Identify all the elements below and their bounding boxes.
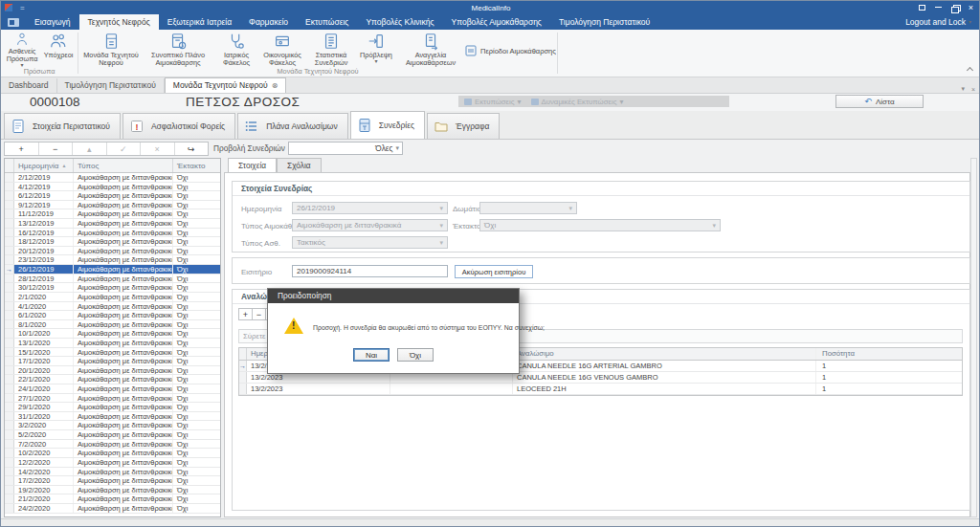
session-row[interactable]: 12/2/2020Αιμοκάθαρση με διττανθρακικάΌχι [5, 458, 220, 468]
column-header-date[interactable]: Ημερομηνία ▲ [14, 159, 74, 172]
ribbon-tab-farmakeio[interactable]: Φαρμακείο [240, 14, 297, 30]
ribbon-collapse-icon[interactable] [967, 66, 973, 73]
doc-tab-dashboard[interactable]: Dashboard [1, 78, 57, 93]
add-consumable-button[interactable]: + [238, 308, 253, 320]
column-header-type[interactable]: Τύπος [74, 159, 173, 172]
tab-scroll-icon[interactable]: ▾ [961, 85, 965, 93]
app-icon[interactable] [5, 4, 12, 11]
minimize-button[interactable] [935, 7, 942, 8]
session-row[interactable]: 3/2/2020Αιμοκάθαρση με διττανθρακικάΌχι [5, 421, 220, 430]
logout-and-lock-button[interactable]: Logout and Lock ▾ [905, 14, 980, 30]
cancel-edit-button[interactable]: × [141, 143, 175, 155]
session-row[interactable]: →26/12/2019Αιμοκάθαρση με διττανθρακικάΌ… [5, 265, 220, 274]
date-field[interactable]: 26/12/2019▾ [292, 202, 448, 214]
ribbon-options-icon[interactable] [919, 5, 925, 11]
session-row[interactable]: 6/1/2020Αιμοκάθαρση με διττανθρακικάΌχι [5, 311, 220, 320]
patients-button[interactable]: Ασθενείς Πρόσωπα ▾ [3, 32, 41, 68]
unit-button[interactable]: Μονάδα Τεχνητού Νεφρού [82, 32, 140, 68]
session-row[interactable]: 10/2/2020Αιμοκάθαρση με διττανθρακικάΌχι [5, 449, 220, 458]
dialysis-periods-item[interactable]: Περίοδοι Αιμοκάθαρσης [465, 45, 556, 56]
tab-plana-analosimon[interactable]: Πλάνα Αναλωσίμων [237, 113, 348, 139]
session-row[interactable]: 13/12/2019Αιμοκάθαρση με διττανθρακικάΌχ… [5, 219, 220, 229]
remove-consumable-button[interactable]: − [252, 308, 266, 320]
session-row[interactable]: 20/1/2020Αιμοκάθαρση με διττανθρακικάΌχι [5, 366, 220, 376]
session-row[interactable]: 22/1/2020Αιμοκάθαρση με διττανθρακικάΌχι [5, 375, 220, 384]
close-tab-icon[interactable]: ⊗ [272, 81, 278, 90]
session-row[interactable]: 5/2/2020Αιμοκάθαρση με διττανθρακικάΌχι [5, 430, 220, 440]
delete-record-button[interactable]: − [39, 143, 74, 155]
detail-tab-stoixeia[interactable]: Στοιχεία [228, 158, 277, 172]
session-row[interactable]: 24/1/2020Αιμοκάθαρση με διττανθρακικάΌχι [5, 384, 220, 394]
column-header-item[interactable]: Αναλώσιμο [513, 348, 816, 360]
confirm-edit-button[interactable]: ✓ [107, 143, 142, 155]
cancel-ticket-button[interactable]: Ακύρωση εισιτηρίου [455, 265, 533, 278]
session-row[interactable]: 9/12/2019Αιμοκάθαρση με διττανθρακικάΌχι [5, 201, 220, 210]
dynamic-print-button-disabled[interactable]: Δυναμικές Εκτυπώσεις▾ [531, 98, 624, 106]
add-record-button[interactable]: + [5, 143, 39, 155]
session-row[interactable]: 19/2/2020Αιμοκάθαρση με διττανθρακικάΌχι [5, 486, 220, 495]
session-row[interactable]: 7/2/2020Αιμοκάθαρση με διττανθρακικάΌχι [5, 440, 220, 450]
session-row[interactable]: 17/1/2020Αιμοκάθαρση με διττανθρακικάΌχι [5, 357, 220, 366]
session-row[interactable]: 11/12/2019Αιμοκάθαρση με διττανθρακικάΌχ… [5, 209, 220, 219]
list-button[interactable]: ↶ Λίστα [835, 95, 924, 108]
tab-asfalistikoi-foreis[interactable]: ! Ασφαλιστικοί Φορείς [122, 113, 235, 139]
doc-tab-timologisi[interactable]: Τιμολόγηση Περιστατικού [57, 78, 165, 93]
session-row[interactable]: 2/1/2020Αιμοκάθαρση με διττανθρακικάΌχι [5, 293, 220, 302]
restore-button[interactable] [951, 5, 959, 11]
ribbon-tab-exoterika-iatreia[interactable]: Εξωτερικά Ιατρεία [159, 14, 240, 30]
column-header-extra[interactable]: Έκτακτο [173, 159, 220, 172]
vertical-scrollbar[interactable] [970, 158, 977, 517]
announcement-button[interactable]: Αναγγελία Αιμοκαθάρσεων [400, 32, 461, 68]
room-field[interactable]: ▾ [479, 202, 577, 214]
session-row[interactable]: 21/2/2020Αιμοκάθαρση με διττανθρακικάΌχι [5, 494, 220, 504]
session-row[interactable]: 24/2/2020Αιμοκάθαρση με διττανθρακικάΌχι [5, 504, 220, 514]
obligors-button[interactable]: Υπόχρεοι [41, 32, 76, 68]
ribbon-tab-ypovoles-aimokatharsis[interactable]: Υποβολές Αιμοκάθαρσης [443, 14, 550, 30]
session-row[interactable]: 8/1/2020Αιμοκάθαρση με διττανθρακικάΌχι [5, 320, 220, 330]
session-row[interactable]: 10/1/2020Αιμοκάθαρση με διττανθρακικάΌχι [5, 329, 220, 339]
ribbon-tab-timologisi[interactable]: Τιμολόγηση Περιστατικού [550, 14, 658, 30]
session-row[interactable]: 29/1/2020Αιμοκάθαρση με διττανθρακικάΌχι [5, 403, 220, 412]
consumable-row[interactable]: 13/2/2023LEOCEED 21H1 [239, 384, 962, 395]
quick-access-toggle[interactable]: = [20, 4, 25, 12]
edit-record-button[interactable]: ▴ [73, 143, 107, 155]
session-row[interactable]: 14/2/2020Αιμοκάθαρση με διττανθρακικάΌχι [5, 468, 220, 477]
session-row[interactable]: 17/2/2020Αιμοκάθαρση με διττανθρακικάΌχι [5, 476, 220, 486]
session-row[interactable]: 2/12/2019Αιμοκάθαρση με διττανθρακικάΌχι [5, 173, 220, 183]
ribbon-tab-ektyposeis[interactable]: Εκτυπώσεις [297, 14, 357, 30]
doc-tab-monada[interactable]: Μονάδα Τεχνητού Νεφρού ⊗ [165, 77, 287, 93]
print-button-disabled[interactable]: Εκτυπώσεις▾ [464, 98, 522, 106]
session-row[interactable]: 15/1/2020Αιμοκάθαρση με διττανθρακικάΌχι [5, 348, 220, 358]
tab-stoixeia-peristatikou[interactable]: Στοιχεία Περιστατικού [4, 113, 121, 139]
ribbon-tab-eisagogi[interactable]: Εισαγωγή [26, 14, 79, 30]
session-row[interactable]: 18/12/2019Αιμοκάθαρση με διττανθρακικάΌχ… [5, 237, 220, 247]
session-row[interactable]: 27/1/2020Αιμοκάθαρση με διττανθρακικάΌχι [5, 394, 220, 404]
tab-close-icon[interactable]: × [971, 86, 975, 93]
financial-file-button[interactable]: Οικονομικός Φάκελος [258, 32, 306, 68]
session-row[interactable]: 28/12/2019Αιμοκάθαρση με διττανθρακικάΌχ… [5, 274, 220, 284]
patient-type-field[interactable]: Τακτικός▾ [292, 236, 448, 249]
ticket-input[interactable]: 2019000924114 [292, 265, 448, 277]
summary-plan-button[interactable]: Συνοπτικό Πλάνο Αιμοκάθαρσης [142, 32, 214, 68]
session-row[interactable]: 4/12/2019Αιμοκάθαρση με διττανθρακικάΌχι [5, 183, 220, 192]
session-row[interactable]: 30/12/2019Αιμοκάθαρση με διττανθρακικάΌχ… [5, 283, 220, 293]
ribbon-tab-ypovoles-klinikis[interactable]: Υποβολές Κλινικής [357, 14, 442, 30]
session-view-combo[interactable]: Όλες ▾ [288, 142, 403, 155]
extra-field[interactable]: Όχι▾ [479, 219, 721, 231]
detail-tab-sxolia[interactable]: Σχόλια [277, 158, 322, 172]
session-row[interactable]: 4/1/2020Αιμοκάθαρση με διττανθρακικάΌχι [5, 302, 220, 312]
session-stats-button[interactable]: Στατιστικά Συνεδριών [308, 32, 354, 68]
session-row[interactable]: 20/12/2019Αιμοκάθαρση με διττανθρακικάΌχ… [5, 247, 220, 256]
session-row[interactable]: 23/12/2019Αιμοκάθαρση με διττανθρακικάΌχ… [5, 255, 220, 265]
session-row[interactable]: 6/12/2019Αιμοκάθαρση με διττανθρακικάΌχι [5, 191, 220, 201]
dialysis-type-field[interactable]: Αιμοκάθαρση με διττανθρακικά▾ [292, 219, 448, 231]
tab-eggrafa[interactable]: Έγγραφα [427, 113, 500, 139]
file-button[interactable] [1, 14, 26, 30]
tab-synedries[interactable]: Συνεδρίες [350, 111, 425, 139]
ribbon-tab-texnitos-nefros[interactable]: Τεχνητός Νεφρός [79, 14, 159, 30]
session-row[interactable]: 31/1/2020Αιμοκάθαρση με διττανθρακικάΌχι [5, 412, 220, 422]
column-header-quantity[interactable]: Ποσότητα [816, 348, 962, 360]
session-row[interactable]: 16/12/2019Αιμοκάθαρση με διττανθρακικάΌχ… [5, 229, 220, 238]
yes-button[interactable]: Ναι [353, 348, 390, 362]
no-button[interactable]: Όχι [397, 348, 434, 362]
